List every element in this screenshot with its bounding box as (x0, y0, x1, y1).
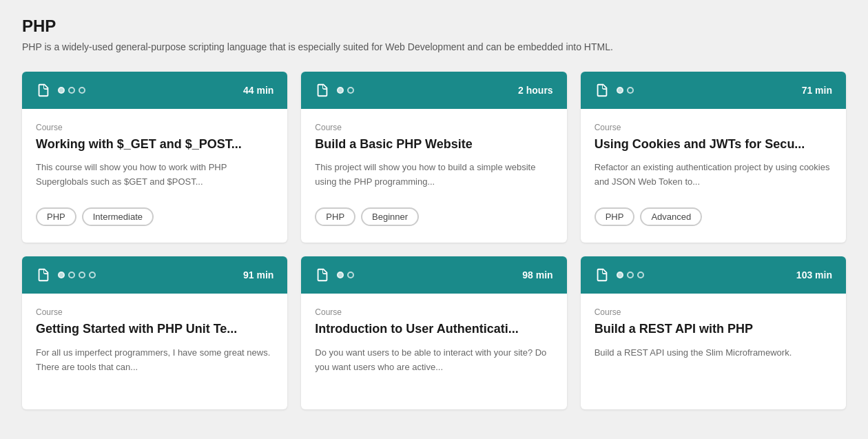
tag: Beginner (361, 207, 419, 226)
card-header: 103 min (581, 256, 846, 294)
card-header-left (315, 83, 354, 98)
progress-dots (617, 272, 644, 278)
book-icon (595, 267, 610, 283)
tag: Advanced (640, 207, 702, 226)
card-title: Introduction to User Authenticati... (315, 321, 552, 337)
progress-dot-0 (337, 87, 344, 94)
book-icon (36, 83, 51, 98)
card-header: 44 min (22, 72, 287, 109)
tag: PHP (595, 207, 635, 226)
progress-dot-0 (58, 87, 65, 94)
progress-dot-1 (347, 272, 354, 278)
progress-dot-1 (68, 87, 75, 94)
card-type: Course (315, 307, 552, 317)
card-description: Build a REST API using the Slim Microfra… (595, 346, 832, 379)
card-duration: 71 min (802, 85, 832, 96)
card-title: Working with $_GET and $_POST... (36, 136, 273, 152)
card-tags: PHPBeginner (315, 207, 552, 226)
course-card[interactable]: 44 min Course Working with $_GET and $_P… (22, 72, 287, 243)
card-description: This project will show you how to build … (315, 161, 552, 194)
progress-dot-1 (347, 87, 354, 94)
card-duration: 91 min (243, 269, 273, 280)
book-icon (315, 267, 330, 283)
progress-dots (58, 87, 85, 94)
card-title: Build a Basic PHP Website (315, 136, 552, 152)
card-tags: PHPIntermediate (36, 207, 273, 226)
progress-dot-3 (89, 272, 96, 278)
tag: Intermediate (82, 207, 154, 226)
tag: PHP (315, 207, 355, 226)
card-header: 91 min (22, 256, 287, 294)
course-card[interactable]: 91 min Course Getting Started with PHP U… (22, 256, 287, 409)
course-card[interactable]: 98 min Course Introduction to User Authe… (301, 256, 566, 409)
card-body: Course Build a REST API with PHP Build a… (581, 294, 846, 409)
progress-dot-1 (627, 272, 634, 278)
card-title: Build a REST API with PHP (595, 321, 832, 337)
book-icon (315, 83, 330, 98)
card-body: Course Working with $_GET and $_POST... … (22, 109, 287, 243)
tag: PHP (36, 207, 76, 226)
book-icon (595, 83, 610, 98)
course-card[interactable]: 71 min Course Using Cookies and JWTs for… (581, 72, 846, 243)
card-body: Course Using Cookies and JWTs for Secu..… (581, 109, 846, 243)
page-title: PHP (22, 17, 846, 36)
card-header-left (315, 267, 354, 283)
progress-dots (337, 87, 354, 94)
card-title: Getting Started with PHP Unit Te... (36, 321, 273, 337)
card-header-left (36, 267, 96, 283)
progress-dots (337, 272, 354, 278)
progress-dot-2 (79, 87, 85, 94)
card-description: Do you want users to be able to interact… (315, 346, 552, 379)
course-card[interactable]: 2 hours Course Build a Basic PHP Website… (301, 72, 566, 243)
card-body: Course Introduction to User Authenticati… (301, 294, 566, 409)
book-icon (36, 267, 51, 283)
card-description: Refactor an existing authentication proj… (595, 161, 832, 194)
card-type: Course (315, 123, 552, 132)
course-card[interactable]: 103 min Course Build a REST API with PHP… (581, 256, 846, 409)
page-description: PHP is a widely-used general-purpose scr… (22, 41, 846, 52)
card-type: Course (595, 307, 832, 317)
card-duration: 103 min (796, 269, 832, 280)
progress-dot-1 (627, 87, 634, 94)
progress-dot-0 (337, 272, 344, 278)
card-type: Course (36, 307, 273, 317)
card-header: 98 min (301, 256, 566, 294)
progress-dot-1 (68, 272, 75, 278)
progress-dot-0 (58, 272, 65, 278)
card-type: Course (36, 123, 273, 132)
card-type: Course (595, 123, 832, 132)
courses-grid: 44 min Course Working with $_GET and $_P… (22, 72, 846, 409)
card-header-left (595, 83, 634, 98)
card-tags: PHPAdvanced (595, 207, 832, 226)
card-duration: 2 hours (518, 85, 553, 96)
card-header: 2 hours (301, 72, 566, 109)
progress-dots (58, 272, 96, 278)
card-description: This course will show you how to work wi… (36, 161, 273, 194)
progress-dot-2 (637, 272, 644, 278)
card-header: 71 min (581, 72, 846, 109)
card-duration: 44 min (243, 85, 273, 96)
progress-dot-0 (617, 87, 623, 94)
card-body: Course Getting Started with PHP Unit Te.… (22, 294, 287, 409)
card-description: For all us imperfect programmers, I have… (36, 346, 273, 379)
progress-dot-0 (617, 272, 623, 278)
card-body: Course Build a Basic PHP Website This pr… (301, 109, 566, 243)
card-title: Using Cookies and JWTs for Secu... (595, 136, 832, 152)
progress-dot-2 (79, 272, 85, 278)
progress-dots (617, 87, 634, 94)
card-header-left (595, 267, 644, 283)
card-header-left (36, 83, 85, 98)
card-duration: 98 min (522, 269, 552, 280)
